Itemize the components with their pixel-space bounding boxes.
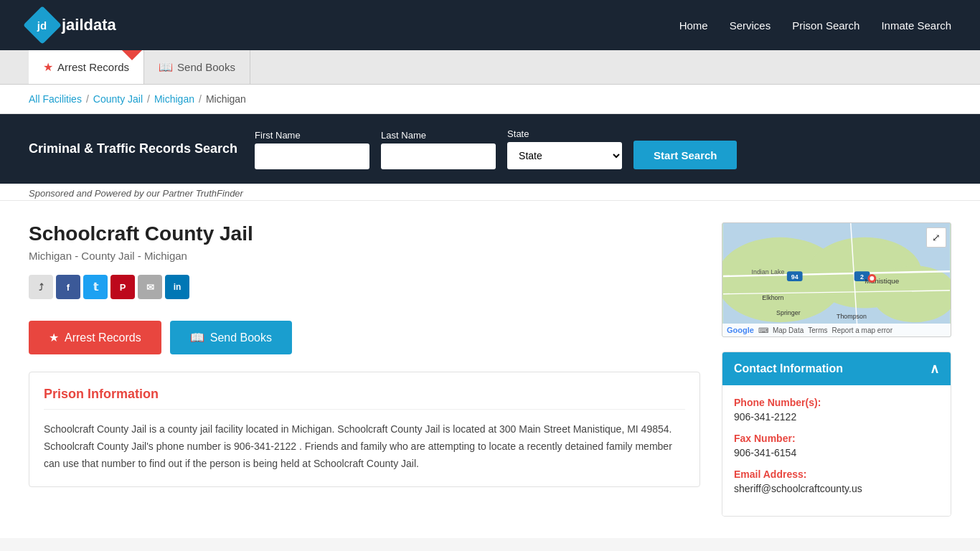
nav-prison-search[interactable]: Prison Search [792,19,859,32]
last-name-input[interactable] [381,143,496,169]
search-fields: First Name Last Name State State Alabama… [255,128,951,169]
breadcrumb-sep-3: / [199,93,202,105]
send-books-button[interactable]: 📖 Send Books [170,321,292,354]
last-name-field: Last Name [381,130,496,169]
phone-value: 906-341-2122 [734,411,939,423]
first-name-label: First Name [255,130,369,141]
navbar: jd jaildata Home Services Prison Search … [0,0,980,50]
search-banner: Criminal & Traffic Records Search First … [0,114,980,184]
svg-point-17 [870,276,874,281]
last-name-label: Last Name [381,130,496,141]
map-container: 94 2 Indian Lake Elkhorn Manistique Spri… [722,222,951,337]
first-name-field: First Name [255,130,369,169]
breadcrumb-county-jail[interactable]: County Jail [93,93,143,105]
report-error-link[interactable]: Report a map error [831,326,892,334]
tab-arrest-records-label: Arrest Records [57,61,129,73]
fax-label: Fax Number: [734,433,939,444]
nav-services[interactable]: Services [730,19,771,32]
nav-home[interactable]: Home [679,19,708,32]
keyboard-icon: ⌨ [758,326,768,334]
svg-text:Springer: Springer [776,309,801,316]
social-email-button[interactable]: ✉ [138,275,162,299]
svg-text:94: 94 [791,273,798,281]
content-right: 94 2 Indian Lake Elkhorn Manistique Spri… [722,222,951,517]
brand-name: jaildata [62,16,116,34]
send-books-label: Send Books [210,331,272,344]
prison-info-title: Prison Information [44,387,685,410]
action-buttons: ★ Arrest Records 📖 Send Books [29,321,700,354]
social-share-button[interactable]: ⤴ [29,275,53,299]
start-search-button[interactable]: Start Search [633,141,737,169]
brand-suffix: data [84,16,116,34]
arrest-records-label: Arrest Records [65,331,141,344]
state-field: State State AlabamaAlaskaArizona Arkansa… [507,128,622,169]
facility-title: Schoolcraft County Jail [29,222,700,245]
star-icon: ★ [43,60,53,74]
brand-prefix: jail [62,16,84,34]
map-data-link[interactable]: Map Data [773,326,804,334]
social-facebook-button[interactable]: f [56,275,80,299]
breadcrumb-sep-1: / [86,93,89,105]
google-logo: Google [727,326,754,334]
email-value: sheriff@schoolcraftcounty.us [734,483,939,494]
breadcrumb-all-facilities[interactable]: All Facilities [29,93,82,105]
breadcrumb-sep-2: / [147,93,150,105]
social-twitter-button[interactable]: 𝕥 [83,275,108,299]
breadcrumb: All Facilities / County Jail / Michigan … [0,85,980,114]
social-linkedin-button[interactable]: in [165,275,189,299]
social-icons: ⤴ f 𝕥 P ✉ in [29,275,700,299]
nav-links: Home Services Prison Search Inmate Searc… [679,19,951,32]
terms-link[interactable]: Terms [808,326,827,334]
facility-subtitle: Michigan - County Jail - Michigan [29,250,700,262]
logo-diamond: jd [23,6,62,44]
fax-value: 906-341-6154 [734,447,939,458]
nav-inmate-search[interactable]: Inmate Search [881,19,951,32]
contact-body: Phone Number(s): 906-341-2122 Fax Number… [722,385,951,516]
map-expand-button[interactable]: ⤢ [926,227,946,248]
first-name-input[interactable] [255,143,369,169]
book-icon: 📖 [159,60,173,74]
contact-header[interactable]: Contact Information ∧ [722,352,951,385]
contact-title: Contact Information [734,362,843,375]
phone-label: Phone Number(s): [734,397,939,408]
arrest-records-button[interactable]: ★ Arrest Records [29,321,161,354]
tab-send-books[interactable]: 📖 Send Books [144,50,250,84]
svg-text:2: 2 [860,273,864,281]
breadcrumb-current: Michigan [206,93,246,105]
svg-text:Thompson: Thompson [837,313,867,320]
main-content: Schoolcraft County Jail Michigan - Count… [0,201,980,538]
svg-text:Elkhorn: Elkhorn [762,294,783,301]
svg-text:Indian Lake: Indian Lake [752,268,785,276]
content-left: Schoolcraft County Jail Michigan - Count… [29,222,700,517]
chevron-up-icon: ∧ [930,361,939,377]
prison-info-card: Prison Information Schoolcraft County Ja… [29,372,700,487]
prison-info-text: Schoolcraft County Jail is a county jail… [44,421,685,472]
sub-nav: ★ Arrest Records 📖 Send Books [0,50,980,85]
book-icon-btn: 📖 [190,331,204,344]
tab-arrest-records[interactable]: ★ Arrest Records [29,50,144,84]
social-pinterest-button[interactable]: P [110,275,135,299]
sponsored-text: Sponsored and Powered by our Partner Tru… [0,184,980,201]
tab-send-books-label: Send Books [177,61,235,73]
contact-card: Contact Information ∧ Phone Number(s): 9… [722,352,951,517]
map-footer: Google ⌨ Map Data Terms Report a map err… [722,324,951,336]
breadcrumb-michigan-link[interactable]: Michigan [154,93,194,105]
brand-logo[interactable]: jd jaildata [29,11,116,39]
state-select[interactable]: State AlabamaAlaskaArizona ArkansasCalif… [507,142,622,169]
email-label: Email Address: [734,468,939,480]
star-icon-btn: ★ [49,331,59,344]
search-banner-title: Criminal & Traffic Records Search [29,140,237,158]
logo-text: jd [37,19,47,32]
state-label: State [507,128,622,139]
map-svg: 94 2 Indian Lake Elkhorn Manistique Spri… [722,223,951,336]
